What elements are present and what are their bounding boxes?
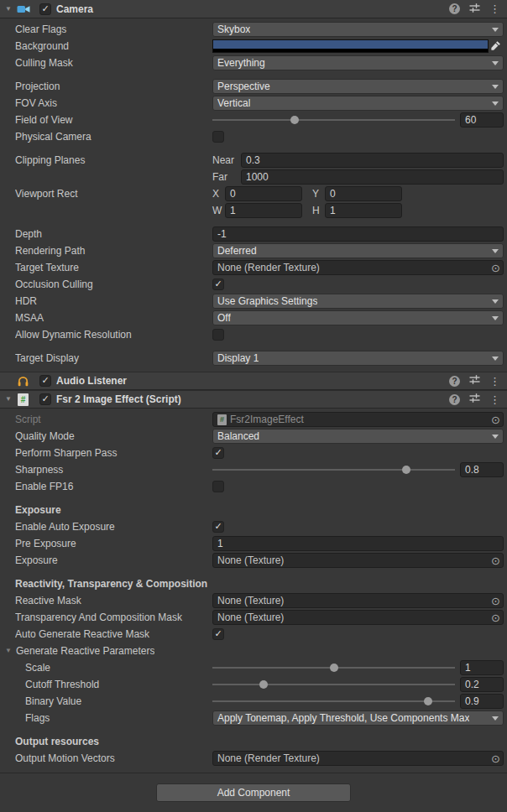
- quality-mode-dropdown[interactable]: Balanced: [212, 429, 504, 444]
- occlusion-culling-label: Occlusion Culling: [15, 278, 212, 290]
- slider-handle[interactable]: [402, 466, 410, 474]
- generate-reactive-parameters-label[interactable]: Generate Reactive Parameters: [16, 645, 154, 657]
- menu-icon[interactable]: ⋮: [489, 3, 500, 14]
- cutoff-threshold-slider[interactable]: [212, 677, 455, 692]
- slider-handle[interactable]: [290, 116, 299, 124]
- quality-mode-value: Balanced: [217, 430, 259, 442]
- row-output-resources-section: Output resources: [0, 733, 507, 750]
- object-picker-icon[interactable]: ⊙: [491, 753, 500, 764]
- help-icon[interactable]: ?: [449, 376, 460, 387]
- component-enabled-checkbox[interactable]: ✓: [39, 3, 51, 15]
- fov-axis-label: FOV Axis: [15, 97, 212, 109]
- output-motion-vectors-control: None (Render Texture)⊙: [212, 751, 504, 766]
- depth-field[interactable]: -1: [212, 226, 504, 242]
- foldout-icon[interactable]: ▼: [5, 6, 16, 13]
- field-of-view-slider[interactable]: [212, 112, 455, 128]
- physical-camera-checkbox[interactable]: ✓: [212, 131, 224, 143]
- viewport-rect-wh-1-field[interactable]: 1: [325, 203, 402, 218]
- exposure-object-field[interactable]: None (Texture)⊙: [212, 553, 504, 568]
- field-of-view-field[interactable]: 60: [460, 112, 504, 128]
- viewport-rect-xy-1-field[interactable]: 0: [325, 186, 402, 201]
- row-pre-exposure: Pre Exposure1: [0, 535, 507, 552]
- scale-slider[interactable]: [212, 660, 455, 675]
- projection-dropdown[interactable]: Perspective: [212, 79, 504, 94]
- row-clipping-planes-far: Far1000: [0, 169, 507, 185]
- sharpness-slider[interactable]: [212, 462, 455, 477]
- auto-generate-reactive-mask-checkbox[interactable]: ✓: [212, 628, 224, 640]
- allow-dynamic-resolution-checkbox[interactable]: ✓: [212, 329, 224, 341]
- auto-generate-reactive-mask-label: Auto Generate Reactive Mask: [15, 628, 212, 640]
- object-picker-icon[interactable]: ⊙: [491, 263, 500, 273]
- component-enabled-checkbox[interactable]: ✓: [39, 393, 51, 405]
- cutoff-threshold-field[interactable]: 0.2: [460, 677, 504, 692]
- presets-icon[interactable]: [469, 3, 480, 16]
- help-icon[interactable]: ?: [449, 394, 460, 405]
- enable-fp16-checkbox[interactable]: ✓: [212, 481, 224, 492]
- culling-mask-dropdown[interactable]: Everything: [212, 55, 504, 70]
- binary-value-slider[interactable]: [212, 694, 455, 709]
- background-color-swatch[interactable]: [212, 39, 489, 53]
- component-header-camera[interactable]: ▼✓Camera?⋮: [0, 0, 507, 18]
- rendering-path-dropdown[interactable]: Deferred: [212, 243, 504, 258]
- slider-handle[interactable]: [424, 697, 432, 705]
- pre-exposure-field[interactable]: 1: [212, 536, 504, 551]
- foldout-icon[interactable]: ▼: [5, 648, 16, 654]
- fov-axis-dropdown[interactable]: Vertical: [212, 96, 504, 111]
- presets-icon[interactable]: [469, 374, 480, 388]
- occlusion-culling-checkbox[interactable]: ✓: [212, 278, 224, 290]
- msaa-label: MSAA: [15, 312, 212, 324]
- row-flags: FlagsApply Tonemap, Apply Threshold, Use…: [0, 710, 507, 726]
- reactive-mask-object-field[interactable]: None (Texture)⊙: [212, 593, 504, 608]
- add-component-button[interactable]: Add Component: [156, 783, 351, 802]
- target-display-dropdown[interactable]: Display 1: [212, 351, 504, 366]
- component-header-fsr-2-image-effect-script[interactable]: ▼#✓Fsr 2 Image Effect (Script)?⋮: [0, 390, 507, 409]
- transparency-and-composition-mask-object-field[interactable]: None (Texture)⊙: [212, 610, 504, 625]
- color-swatch-main: [213, 40, 488, 49]
- slider-handle[interactable]: [330, 664, 338, 672]
- clear-flags-dropdown[interactable]: Skybox: [212, 22, 504, 37]
- flags-dropdown[interactable]: Apply Tonemap, Apply Threshold, Use Comp…: [212, 710, 504, 726]
- eyedropper-icon[interactable]: [489, 39, 504, 53]
- presets-icon[interactable]: [469, 393, 480, 406]
- enable-auto-exposure-checkbox[interactable]: ✓: [212, 521, 224, 533]
- object-picker-icon[interactable]: ⊙: [491, 414, 500, 425]
- clipping-planes-far-field[interactable]: 1000: [241, 169, 504, 185]
- foldout-icon[interactable]: ▼: [5, 396, 16, 403]
- msaa-dropdown[interactable]: Off: [212, 310, 504, 325]
- component-header-audio-listener[interactable]: ✓Audio Listener?⋮: [0, 372, 507, 390]
- object-picker-icon[interactable]: ⊙: [491, 612, 500, 623]
- row-spacer: [0, 145, 507, 152]
- binary-value-field[interactable]: 0.9: [460, 694, 504, 709]
- object-picker-icon[interactable]: ⊙: [491, 555, 500, 566]
- check-icon: ✓: [214, 279, 222, 289]
- clipping-planes-near-field[interactable]: 0.3: [241, 153, 504, 168]
- check-icon: ✓: [214, 448, 222, 457]
- menu-icon[interactable]: ⋮: [489, 394, 500, 405]
- enable-auto-exposure-control: ✓: [212, 521, 504, 533]
- target-texture-control: None (Render Texture)⊙: [212, 260, 504, 275]
- row-script: Script#Fsr2ImageEffect⊙: [0, 411, 507, 428]
- target-display-control: Display 1: [212, 351, 504, 366]
- component-enabled-checkbox[interactable]: ✓: [39, 375, 51, 387]
- eyedropper-icon: [491, 40, 501, 53]
- output-motion-vectors-object-field[interactable]: None (Render Texture)⊙: [212, 751, 504, 766]
- hdr-dropdown[interactable]: Use Graphics Settings: [212, 294, 504, 309]
- row-transparency-and-composition-mask: Transparency And Composition MaskNone (T…: [0, 609, 507, 626]
- perform-sharpen-pass-checkbox[interactable]: ✓: [212, 447, 224, 459]
- help-icon[interactable]: ?: [449, 3, 460, 14]
- viewport-rect-xy-0-field[interactable]: 0: [225, 186, 302, 201]
- target-texture-object-field[interactable]: None (Render Texture)⊙: [212, 260, 504, 275]
- viewport-rect-wh-0-field[interactable]: 1: [225, 203, 302, 218]
- check-icon: ✓: [41, 376, 49, 385]
- scale-field[interactable]: 1: [460, 660, 504, 675]
- chevron-down-icon: [492, 61, 499, 65]
- object-picker-icon[interactable]: ⊙: [491, 596, 500, 606]
- sharpness-field[interactable]: 0.8: [460, 462, 504, 477]
- slider-track: [212, 700, 455, 702]
- clipping-planes-near-value: 0.3: [246, 154, 260, 166]
- menu-icon[interactable]: ⋮: [489, 376, 500, 387]
- slider-handle[interactable]: [259, 680, 268, 689]
- target-texture-value: None (Render Texture): [217, 262, 488, 273]
- header-toolbar: ?⋮: [449, 393, 500, 406]
- script-object-field[interactable]: #Fsr2ImageEffect⊙: [212, 412, 504, 427]
